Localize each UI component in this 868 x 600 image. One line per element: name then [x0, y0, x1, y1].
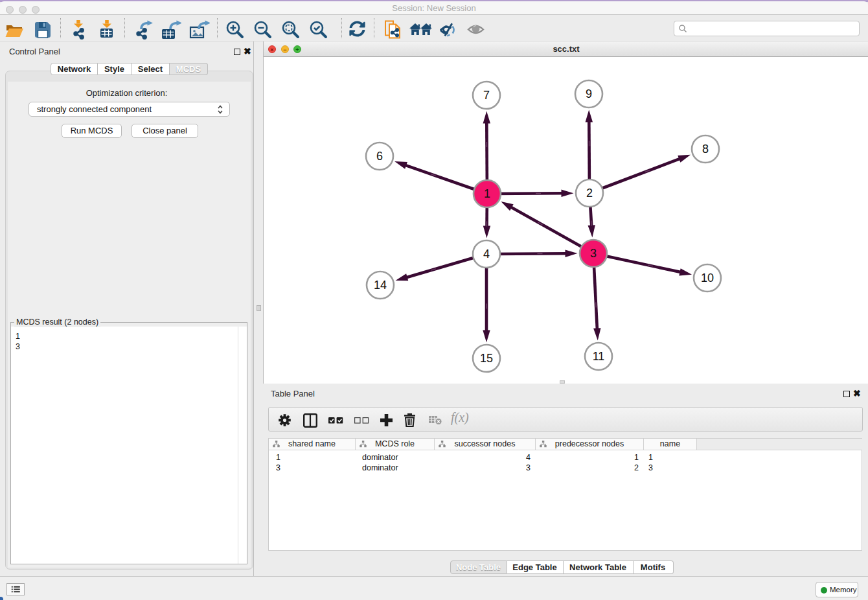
svg-text:7: 7	[483, 89, 490, 102]
svg-text:11: 11	[593, 350, 605, 363]
svg-text:2: 2	[586, 187, 593, 200]
svg-text:6: 6	[376, 150, 383, 163]
svg-text:4: 4	[483, 248, 490, 260]
svg-text:14: 14	[374, 279, 387, 292]
svg-text:15: 15	[480, 352, 493, 365]
svg-text:10: 10	[701, 271, 714, 284]
svg-text:3: 3	[590, 247, 597, 260]
svg-text:8: 8	[702, 143, 709, 156]
svg-text:1: 1	[484, 187, 490, 200]
svg-text:9: 9	[586, 87, 592, 100]
